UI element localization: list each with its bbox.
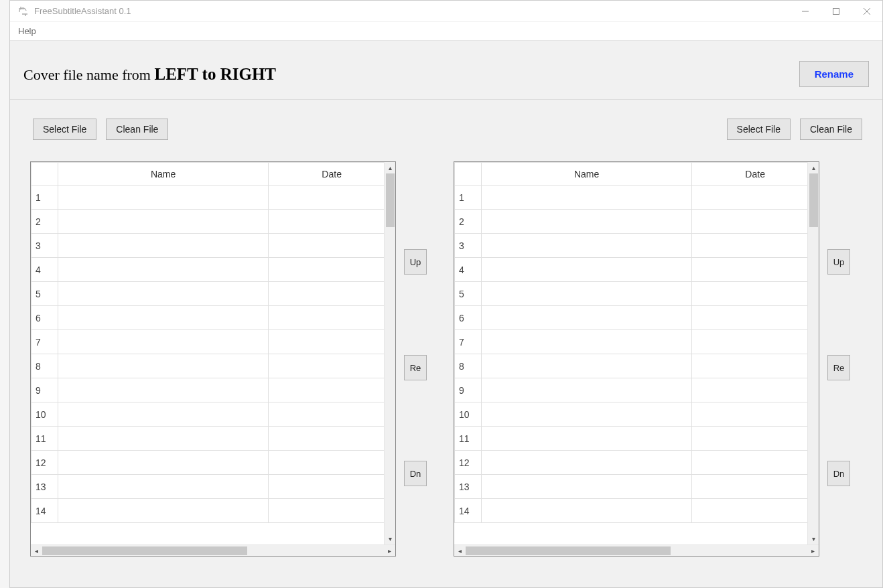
scroll-thumb[interactable] — [386, 173, 395, 227]
cell-date[interactable] — [692, 378, 819, 402]
cell-name[interactable] — [58, 210, 268, 234]
table-row[interactable]: 9 — [31, 378, 395, 402]
cell-date[interactable] — [692, 186, 819, 210]
cell-date[interactable] — [692, 475, 819, 499]
scroll-up-icon[interactable]: ▴ — [808, 162, 819, 173]
scroll-track[interactable] — [466, 545, 807, 556]
table-row[interactable]: 4 — [455, 258, 819, 282]
cell-date[interactable] — [269, 378, 395, 402]
cell-date[interactable] — [269, 451, 395, 475]
left-vertical-scrollbar[interactable]: ▴ ▾ — [384, 162, 395, 544]
maximize-button[interactable] — [821, 1, 852, 22]
table-row[interactable]: 8 — [455, 354, 819, 378]
cell-date[interactable] — [692, 402, 819, 427]
cell-date[interactable] — [269, 354, 395, 378]
right-clean-file-button[interactable]: Clean File — [800, 119, 862, 140]
scroll-up-icon[interactable]: ▴ — [385, 162, 395, 173]
table-row[interactable]: 13 — [455, 475, 819, 499]
table-row[interactable]: 14 — [31, 499, 395, 523]
scroll-track[interactable] — [385, 173, 395, 533]
table-row[interactable]: 14 — [455, 499, 819, 523]
cell-date[interactable] — [692, 234, 819, 258]
table-row[interactable]: 6 — [31, 306, 395, 330]
scroll-thumb[interactable] — [42, 546, 247, 555]
table-row[interactable]: 7 — [31, 330, 395, 354]
cell-date[interactable] — [269, 499, 395, 523]
right-col-date[interactable]: Date — [692, 163, 819, 186]
left-re-button[interactable]: Re — [404, 355, 427, 380]
cell-name[interactable] — [481, 258, 691, 282]
scroll-thumb[interactable] — [809, 173, 818, 227]
table-row[interactable]: 3 — [455, 234, 819, 258]
cell-name[interactable] — [481, 282, 691, 306]
table-row[interactable]: 7 — [455, 330, 819, 354]
left-up-button[interactable]: Up — [404, 249, 427, 275]
cell-date[interactable] — [269, 402, 395, 427]
cell-name[interactable] — [481, 306, 691, 330]
cell-name[interactable] — [58, 499, 268, 523]
table-row[interactable]: 8 — [31, 354, 395, 378]
cell-date[interactable] — [269, 306, 395, 330]
cell-name[interactable] — [58, 330, 268, 354]
table-row[interactable]: 3 — [31, 234, 395, 258]
cell-name[interactable] — [481, 330, 691, 354]
scroll-thumb[interactable] — [466, 546, 671, 555]
scroll-right-icon[interactable]: ▸ — [807, 545, 819, 556]
cell-name[interactable] — [58, 282, 268, 306]
cell-date[interactable] — [692, 282, 819, 306]
cell-date[interactable] — [269, 330, 395, 354]
table-row[interactable]: 9 — [455, 378, 819, 402]
table-row[interactable]: 10 — [31, 402, 395, 427]
table-row[interactable]: 13 — [31, 475, 395, 499]
cell-name[interactable] — [58, 378, 268, 402]
cell-name[interactable] — [58, 427, 268, 451]
scroll-track[interactable] — [42, 545, 384, 556]
table-row[interactable]: 5 — [31, 282, 395, 306]
cell-name[interactable] — [58, 258, 268, 282]
left-col-name[interactable]: Name — [58, 163, 268, 186]
table-row[interactable]: 1 — [455, 186, 819, 210]
cell-date[interactable] — [692, 210, 819, 234]
left-col-date[interactable]: Date — [269, 163, 395, 186]
cell-date[interactable] — [269, 258, 395, 282]
cell-name[interactable] — [481, 475, 691, 499]
cell-name[interactable] — [481, 354, 691, 378]
cell-name[interactable] — [58, 402, 268, 427]
right-re-button[interactable]: Re — [827, 355, 850, 380]
right-vertical-scrollbar[interactable]: ▴ ▾ — [807, 162, 819, 544]
left-select-file-button[interactable]: Select File — [33, 119, 96, 140]
rename-button[interactable]: Rename — [799, 61, 869, 87]
cell-date[interactable] — [269, 210, 395, 234]
cell-name[interactable] — [481, 378, 691, 402]
right-horizontal-scrollbar[interactable]: ◂ ▸ — [454, 544, 819, 556]
cell-date[interactable] — [692, 306, 819, 330]
scroll-left-icon[interactable]: ◂ — [454, 545, 466, 556]
table-row[interactable]: 2 — [455, 210, 819, 234]
table-row[interactable]: 10 — [455, 402, 819, 427]
cell-date[interactable] — [269, 475, 395, 499]
cell-date[interactable] — [269, 282, 395, 306]
scroll-right-icon[interactable]: ▸ — [384, 545, 395, 556]
cell-name[interactable] — [58, 354, 268, 378]
right-select-file-button[interactable]: Select File — [727, 119, 791, 140]
table-row[interactable]: 4 — [31, 258, 395, 282]
cell-name[interactable] — [481, 427, 691, 451]
table-row[interactable]: 5 — [455, 282, 819, 306]
left-clean-file-button[interactable]: Clean File — [106, 119, 168, 140]
cell-name[interactable] — [58, 475, 268, 499]
table-row[interactable]: 2 — [31, 210, 395, 234]
scroll-left-icon[interactable]: ◂ — [31, 545, 42, 556]
cell-name[interactable] — [58, 234, 268, 258]
cell-name[interactable] — [481, 499, 691, 523]
cell-date[interactable] — [692, 499, 819, 523]
scroll-down-icon[interactable]: ▾ — [808, 533, 819, 544]
table-row[interactable]: 6 — [455, 306, 819, 330]
cell-name[interactable] — [481, 402, 691, 427]
cell-date[interactable] — [269, 427, 395, 451]
table-row[interactable]: 11 — [455, 427, 819, 451]
right-col-rownum[interactable] — [455, 163, 482, 186]
menu-help[interactable]: Help — [10, 22, 44, 40]
scroll-down-icon[interactable]: ▾ — [385, 533, 395, 544]
table-row[interactable]: 12 — [455, 451, 819, 475]
left-horizontal-scrollbar[interactable]: ◂ ▸ — [31, 544, 395, 556]
